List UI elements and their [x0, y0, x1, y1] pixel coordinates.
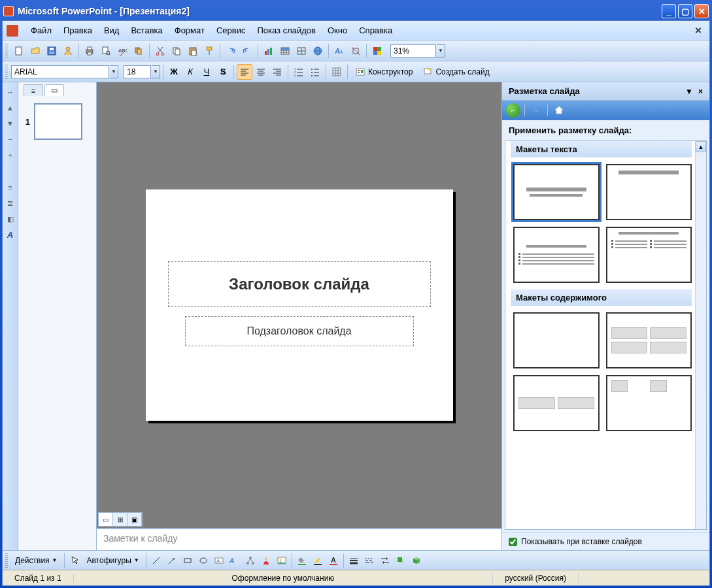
layout-content[interactable] — [606, 312, 692, 368]
slide[interactable]: Заголовок слайда Подзаголовок слайда — [146, 189, 453, 421]
menu-window[interactable]: Окно — [322, 23, 353, 38]
wordart-button[interactable]: A — [227, 553, 243, 568]
subtitle-placeholder[interactable]: Подзаголовок слайда — [185, 316, 414, 346]
fill-color-button[interactable] — [294, 553, 310, 568]
paste-button[interactable] — [185, 43, 201, 59]
collapse-icon[interactable]: ≡ — [5, 182, 16, 193]
insert-chart-button[interactable] — [261, 43, 277, 59]
grid-button[interactable] — [329, 64, 345, 80]
minus-icon[interactable]: − — [5, 133, 16, 145]
align-left-button[interactable] — [237, 64, 252, 80]
document-close-button[interactable]: × — [691, 24, 705, 37]
open-button[interactable] — [27, 43, 43, 59]
format-painter-button[interactable] — [201, 43, 217, 59]
align-right-button[interactable] — [269, 64, 285, 80]
expand-icon[interactable]: ≣ — [5, 197, 16, 209]
insert-picture-button[interactable] — [274, 553, 290, 568]
plus-icon[interactable]: + — [5, 149, 16, 161]
layout-title-only[interactable] — [606, 164, 692, 220]
line-color-button[interactable] — [310, 553, 326, 568]
show-formatting-icon[interactable]: A — [5, 229, 16, 240]
menu-insert[interactable]: Вставка — [125, 23, 168, 38]
bold-button[interactable]: Ж — [166, 64, 182, 80]
nav-home-button[interactable] — [552, 104, 566, 117]
close-button[interactable]: ✕ — [694, 4, 709, 18]
print-preview-button[interactable] — [98, 43, 114, 59]
slide-canvas[interactable]: Заголовок слайда Подзаголовок слайда — [97, 82, 501, 528]
menu-format[interactable]: Формат — [169, 23, 211, 38]
designer-button[interactable]: Конструктор — [350, 65, 417, 79]
menu-tools[interactable]: Сервис — [211, 23, 252, 38]
arrow-up-icon[interactable]: ▲ — [5, 102, 16, 114]
thumbnail-row[interactable]: 1 — [22, 103, 92, 140]
3d-style-button[interactable] — [409, 553, 424, 568]
tables-borders-button[interactable] — [294, 43, 309, 59]
save-button[interactable] — [44, 43, 59, 59]
textbox-tool-button[interactable]: A — [211, 553, 227, 568]
menu-file[interactable]: Файл — [25, 23, 58, 38]
clipart-button[interactable] — [258, 553, 274, 568]
select-tool-button[interactable] — [67, 553, 82, 568]
undo-button[interactable] — [223, 43, 239, 59]
line-tool-button[interactable] — [148, 553, 164, 568]
arrow-style-button[interactable] — [377, 553, 393, 568]
outline-arrow-icon[interactable]: ↔ — [5, 86, 16, 98]
layout-content-content[interactable] — [513, 375, 600, 431]
minimize-button[interactable]: _ — [662, 4, 676, 18]
new-button[interactable] — [11, 43, 27, 59]
hyperlink-button[interactable] — [310, 43, 326, 59]
redo-button[interactable] — [239, 43, 255, 59]
nav-back-button[interactable]: ← — [506, 103, 520, 118]
task-pane-menu-icon[interactable]: ▼ — [685, 87, 693, 96]
slideshow-view-button[interactable]: ▣ — [127, 513, 142, 526]
rectangle-tool-button[interactable] — [180, 553, 195, 568]
font-color-button[interactable]: A — [326, 553, 341, 568]
toolbar-gripper[interactable] — [5, 44, 8, 58]
menu-edit[interactable]: Правка — [58, 23, 98, 38]
notes-pane[interactable]: Заметки к слайду — [97, 528, 501, 550]
cut-button[interactable] — [152, 43, 168, 59]
bulleted-list-button[interactable] — [307, 64, 323, 80]
outline-tab[interactable]: ≡ — [24, 84, 43, 96]
maximize-button[interactable]: ▢ — [678, 4, 692, 18]
underline-button[interactable]: Ч — [199, 64, 214, 80]
show-on-insert-checkbox[interactable] — [509, 538, 517, 546]
normal-view-button[interactable]: ▭ — [99, 513, 113, 526]
arrow-tool-button[interactable] — [164, 553, 180, 568]
arrow-down-icon[interactable]: ▼ — [5, 118, 16, 129]
color-button[interactable] — [369, 43, 385, 59]
shadow-button[interactable]: S — [215, 64, 231, 80]
permission-button[interactable] — [60, 43, 76, 59]
dash-style-button[interactable] — [362, 553, 377, 568]
research-button[interactable] — [131, 43, 146, 59]
italic-button[interactable]: К — [182, 64, 198, 80]
task-pane-close-icon[interactable]: × — [698, 87, 703, 96]
font-size-dropdown[interactable]: ▼ — [152, 65, 160, 78]
shadow-style-button[interactable] — [393, 553, 409, 568]
scroll-up-icon[interactable]: ▲ — [696, 141, 706, 152]
oval-tool-button[interactable] — [195, 553, 211, 568]
insert-table-button[interactable] — [277, 43, 293, 59]
font-name-input[interactable] — [11, 65, 109, 78]
layout-title-content[interactable] — [513, 227, 600, 283]
layout-blank[interactable] — [513, 312, 600, 368]
zoom-dropdown[interactable]: ▼ — [437, 44, 445, 57]
font-name-dropdown[interactable]: ▼ — [110, 65, 118, 78]
toolbar-gripper[interactable] — [5, 553, 8, 568]
menu-help[interactable]: Справка — [353, 23, 398, 38]
spellcheck-button[interactable]: ABC — [114, 43, 130, 59]
copy-button[interactable] — [169, 43, 184, 59]
menu-slideshow[interactable]: Показ слайдов — [251, 23, 322, 38]
show-formatting-button[interactable] — [348, 43, 364, 59]
menu-view[interactable]: Вид — [98, 23, 126, 38]
align-center-button[interactable] — [253, 64, 269, 80]
diagram-button[interactable] — [243, 553, 258, 568]
font-size-input[interactable] — [124, 65, 151, 78]
nav-forward-button[interactable]: → — [529, 103, 543, 118]
slides-tab[interactable]: ▭ — [44, 84, 64, 96]
toolbar-gripper[interactable] — [5, 65, 8, 79]
sorter-view-button[interactable]: ⊞ — [113, 513, 127, 526]
zoom-input[interactable] — [390, 44, 436, 57]
line-style-button[interactable] — [346, 553, 362, 568]
print-button[interactable] — [82, 43, 97, 59]
